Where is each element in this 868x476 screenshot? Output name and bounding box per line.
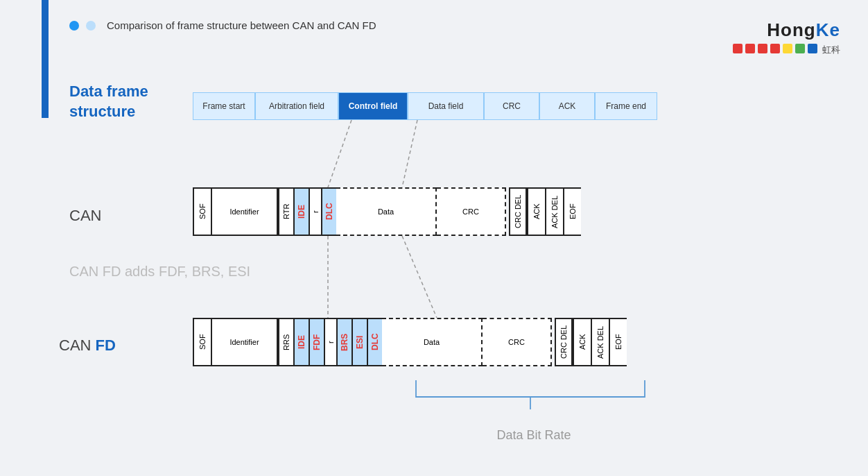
canfd-eof: EOF [609, 318, 627, 366]
logo-dots: 虹科 [733, 44, 840, 56]
frame-seg-arb: Arbitration field [255, 92, 338, 120]
frame-structure-label: Data frame structure [69, 82, 148, 121]
svg-line-3 [402, 236, 437, 318]
frame-seg-crc: CRC [484, 92, 539, 120]
dot-blue [69, 21, 79, 31]
svg-line-1 [402, 120, 417, 187]
canfd-r: r [324, 318, 336, 366]
frame-seg-control: Control field [338, 92, 408, 120]
canfd-sof: SOF [193, 318, 212, 366]
can-ack-del: ACK DEL [545, 187, 563, 236]
canfd-esi: ESI [351, 318, 367, 366]
canfd-rrs: RRS [278, 318, 293, 366]
logo-dot-3 [758, 44, 767, 53]
canfd-data: Data [382, 318, 483, 366]
frame-label-line1: Data frame [69, 82, 148, 102]
logo-dot-7 [808, 44, 817, 53]
can-diagram: SOF Identifier RTR IDE r DLC Data CRC CR… [193, 187, 581, 236]
can-data: Data [336, 187, 437, 236]
data-bit-rate-label: Data Bit Rate [430, 428, 638, 443]
canfd-ack-del: ACK DEL [591, 318, 609, 366]
frame-seg-data: Data field [408, 92, 484, 120]
can-sof: SOF [193, 187, 212, 236]
can-label: CAN [69, 207, 101, 225]
can-ide: IDE [293, 187, 309, 236]
canfd-identifier: Identifier [212, 318, 278, 366]
can-dlc: DLC [321, 187, 336, 236]
frame-label-line2: structure [69, 102, 148, 122]
can-crc-del: CRC DEL [509, 187, 527, 236]
canfd-fdf: FDF [309, 318, 324, 366]
canfd-crc-del: CRC DEL [555, 318, 573, 366]
logo-dot-1 [733, 44, 743, 53]
logo-dot-2 [745, 44, 755, 53]
can-crc: CRC [437, 187, 506, 236]
can-rtr: RTR [278, 187, 293, 236]
frame-seg-start: Frame start [193, 92, 255, 120]
header-title: Comparison of frame structure between CA… [107, 19, 376, 31]
can-r: r [309, 187, 321, 236]
left-accent-bar [42, 0, 49, 118]
connector-svg [0, 0, 868, 476]
page: Comparison of frame structure between CA… [0, 0, 868, 476]
frame-bar: Frame start Arbitration field Control fi… [193, 92, 657, 120]
svg-line-0 [328, 120, 351, 187]
header: Comparison of frame structure between CA… [69, 19, 376, 31]
canfd-dlc: DLC [367, 318, 382, 366]
logo-dot-6 [795, 44, 805, 53]
logo-dot-5 [783, 44, 792, 53]
logo-dot-4 [770, 44, 780, 53]
logo-subtitle: 虹科 [822, 44, 840, 56]
canfd-brs: BRS [336, 318, 351, 366]
logo: HongKe 虹科 [733, 19, 840, 56]
can-ack: ACK [527, 187, 545, 236]
can-eof: EOF [563, 187, 581, 236]
canfd-ide: IDE [293, 318, 309, 366]
canfd-diagram: SOF Identifier RRS IDE FDF r BRS ESI DLC… [193, 318, 627, 366]
canfd-crc: CRC [483, 318, 552, 366]
dot-light [86, 21, 96, 31]
frame-seg-ack: ACK [539, 92, 595, 120]
can-identifier: Identifier [212, 187, 278, 236]
canfd-label: CAN FD [59, 337, 116, 355]
logo-text: HongKe [767, 19, 840, 41]
canfd-adds-label: CAN FD adds FDF, BRS, ESI [69, 264, 250, 280]
canfd-ack: ACK [573, 318, 591, 366]
frame-seg-end: Frame end [595, 92, 657, 120]
